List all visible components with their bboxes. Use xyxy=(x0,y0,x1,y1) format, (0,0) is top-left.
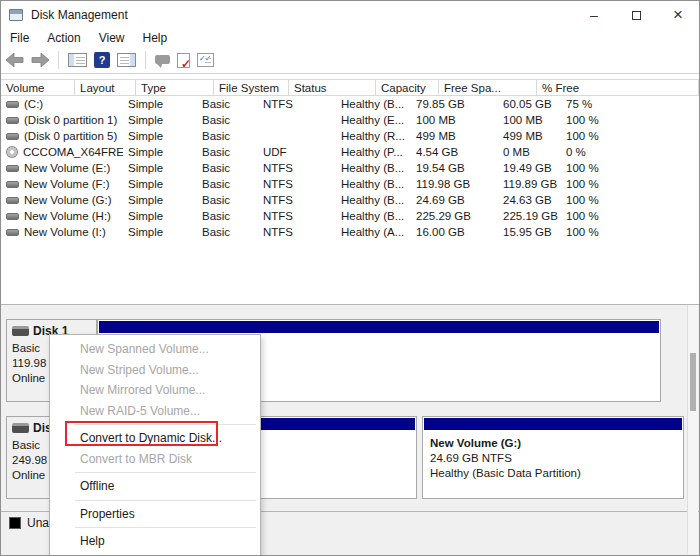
table-row[interactable]: (C:) Simple Basic NTFS Healthy (B... 79.… xyxy=(1,96,699,112)
column-header[interactable]: File System xyxy=(214,80,289,95)
vertical-scrollbar[interactable] xyxy=(687,305,698,554)
column-header[interactable]: Volume xyxy=(1,80,75,95)
empty-cell xyxy=(659,208,699,224)
back-button[interactable] xyxy=(6,53,24,67)
table-row[interactable]: New Volume (F:) Simple Basic NTFS Health… xyxy=(1,176,699,192)
disk2-partition-2[interactable]: New Volume (G:) 24.69 GB NTFS Healthy (B… xyxy=(422,416,684,499)
filesystem-cell xyxy=(258,128,336,144)
close-button[interactable]: × xyxy=(657,1,699,29)
column-header[interactable] xyxy=(693,80,699,95)
context-menu-item[interactable]: New RAID-5 Volume... xyxy=(50,401,260,422)
app-icon xyxy=(9,9,23,21)
volume-icon xyxy=(6,213,19,220)
capacity-cell: 19.54 GB xyxy=(411,160,498,176)
window-title: Disk Management xyxy=(31,8,128,22)
column-header[interactable]: Free Spa... xyxy=(439,80,537,95)
properties-list-button[interactable]: ✓✓ xyxy=(197,53,214,67)
empty-cell xyxy=(659,144,699,160)
filesystem-cell: NTFS xyxy=(258,176,336,192)
context-menu-item[interactable]: Help xyxy=(50,531,260,552)
show-console-tree-button[interactable] xyxy=(68,53,87,67)
percent-free-cell: 75 % xyxy=(561,96,659,112)
context-menu-item[interactable]: Convert to MBR Disk xyxy=(50,449,260,470)
filesystem-cell: NTFS xyxy=(258,224,336,240)
context-menu-item[interactable]: New Spanned Volume... xyxy=(50,339,260,360)
type-cell: Basic xyxy=(197,96,258,112)
menubar-item[interactable]: Action xyxy=(40,31,91,45)
partition-health: Healthy (Basic Data Partition) xyxy=(430,466,683,481)
empty-cell xyxy=(659,112,699,128)
table-row[interactable]: CCCOMA_X64FRE... Simple Basic UDF Health… xyxy=(1,144,699,160)
context-menu-item[interactable]: Properties xyxy=(50,504,260,525)
partition-size: 24.69 GB NTFS xyxy=(430,451,683,466)
forward-button[interactable] xyxy=(31,53,49,67)
volume-cell: New Volume (E:) xyxy=(1,160,123,176)
volume-cell: (C:) xyxy=(1,96,123,112)
pointer-icon xyxy=(155,55,170,64)
console-tree-icon xyxy=(68,53,87,67)
table-row[interactable]: New Volume (G:) Simple Basic NTFS Health… xyxy=(1,192,699,208)
type-cell: Basic xyxy=(197,224,258,240)
column-header[interactable]: Type xyxy=(136,80,214,95)
percent-free-cell: 100 % xyxy=(561,112,659,128)
volume-icon xyxy=(6,165,19,172)
menubar-item[interactable]: Help xyxy=(136,31,179,45)
volume-name: New Volume (E:) xyxy=(24,162,110,174)
menubar-item[interactable]: File xyxy=(3,31,40,45)
context-menu-item[interactable]: New Striped Volume... xyxy=(50,360,260,381)
disk-icon xyxy=(12,326,29,336)
table-row[interactable]: New Volume (E:) Simple Basic NTFS Health… xyxy=(1,160,699,176)
partition-banner xyxy=(424,418,682,430)
check-glyph: ✓ xyxy=(181,58,191,70)
status-cell: Healthy (B... xyxy=(336,160,411,176)
title-bar: Disk Management – × xyxy=(1,1,699,29)
layout-cell: Simple xyxy=(123,192,197,208)
filesystem-cell: NTFS xyxy=(258,208,336,224)
show-action-pane-button[interactable] xyxy=(117,53,136,67)
empty-cell xyxy=(659,224,699,240)
scrollbar-thumb[interactable] xyxy=(690,353,696,411)
free-space-cell: 0 MB xyxy=(498,144,561,160)
table-row[interactable]: (Disk 0 partition 5) Simple Basic Health… xyxy=(1,128,699,144)
toolbar: ? ✓ ✓✓ xyxy=(1,47,699,74)
table-row[interactable]: (Disk 0 partition 1) Simple Basic Health… xyxy=(1,112,699,128)
column-header[interactable]: Capacity xyxy=(376,80,439,95)
volume-name: CCCOMA_X64FRE... xyxy=(23,146,123,158)
column-header[interactable]: % Free xyxy=(537,80,693,95)
volume-cell: New Volume (H:) xyxy=(1,208,123,224)
minimize-button[interactable]: – xyxy=(573,1,615,29)
context-menu-item[interactable]: Offline xyxy=(50,476,260,497)
table-row[interactable]: New Volume (H:) Simple Basic NTFS Health… xyxy=(1,208,699,224)
empty-cell xyxy=(659,128,699,144)
menubar-item[interactable]: View xyxy=(92,31,136,45)
volume-list-rows: (C:) Simple Basic NTFS Healthy (B... 79.… xyxy=(1,96,699,240)
column-header[interactable]: Layout xyxy=(75,80,136,95)
column-header[interactable]: Status xyxy=(289,80,376,95)
volume-name: New Volume (I:) xyxy=(24,226,106,238)
volume-icon xyxy=(6,117,19,124)
volume-list-header: Volume Layout Type File System Status Ca… xyxy=(1,79,699,96)
capacity-cell: 119.98 GB xyxy=(411,176,498,192)
filesystem-cell: NTFS xyxy=(258,96,336,112)
refresh-check-button[interactable]: ✓ xyxy=(177,53,190,68)
checklist-icon: ✓✓ xyxy=(197,53,214,67)
document-check-icon: ✓ xyxy=(177,53,190,68)
filesystem-cell: UDF xyxy=(258,144,336,160)
partition-title: New Volume (G:) xyxy=(430,435,683,451)
maximize-button[interactable] xyxy=(615,1,657,29)
context-menu-item[interactable]: New Mirrored Volume... xyxy=(50,380,260,401)
volume-name: New Volume (G:) xyxy=(24,194,112,206)
type-cell: Basic xyxy=(197,160,258,176)
disk-management-window: Disk Management – × File Action View Hel… xyxy=(0,0,700,556)
percent-free-cell: 100 % xyxy=(561,176,659,192)
layout-cell: Simple xyxy=(123,160,197,176)
empty-cell xyxy=(659,96,699,112)
help-button[interactable]: ? xyxy=(94,52,110,68)
free-space-cell: 15.95 GB xyxy=(498,224,561,240)
disk-icon xyxy=(12,423,29,433)
pointer-tool-button[interactable] xyxy=(155,57,170,64)
volume-icon xyxy=(6,197,19,204)
volume-name: (C:) xyxy=(24,98,43,110)
table-row[interactable]: New Volume (I:) Simple Basic NTFS Health… xyxy=(1,224,699,240)
status-cell: Healthy (B... xyxy=(336,192,411,208)
